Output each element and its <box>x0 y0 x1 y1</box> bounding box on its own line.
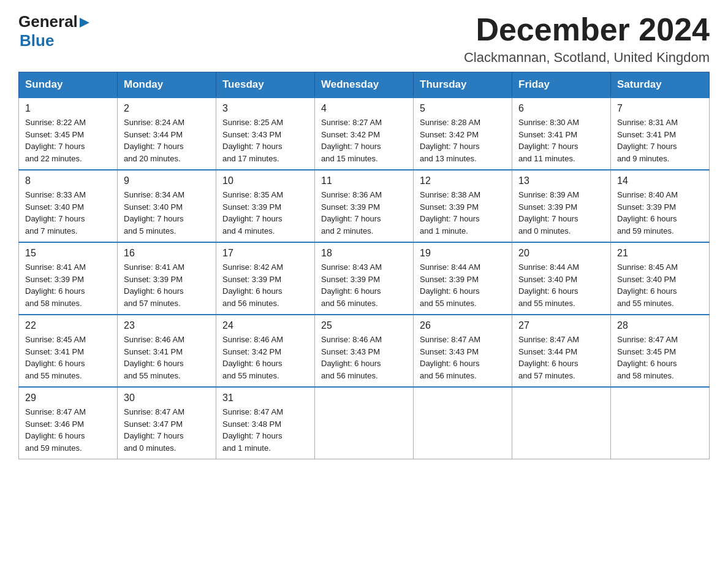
day-number: 6 <box>518 103 604 114</box>
calendar-day-cell: 30Sunrise: 8:47 AMSunset: 3:47 PMDayligh… <box>118 387 216 459</box>
day-info: Sunrise: 8:46 AMSunset: 3:43 PMDaylight:… <box>321 334 407 381</box>
calendar-day-cell: 3Sunrise: 8:25 AMSunset: 3:43 PMDaylight… <box>216 98 315 170</box>
day-info: Sunrise: 8:42 AMSunset: 3:39 PMDaylight:… <box>222 261 308 309</box>
calendar-header-row: SundayMondayTuesdayWednesdayThursdayFrid… <box>19 72 710 98</box>
calendar-day-cell: 4Sunrise: 8:27 AMSunset: 3:42 PMDaylight… <box>315 98 414 170</box>
calendar-day-cell: 26Sunrise: 8:47 AMSunset: 3:43 PMDayligh… <box>414 315 512 387</box>
day-info: Sunrise: 8:43 AMSunset: 3:39 PMDaylight:… <box>321 261 407 309</box>
day-info: Sunrise: 8:38 AMSunset: 3:39 PMDaylight:… <box>420 189 506 237</box>
day-number: 14 <box>617 175 703 186</box>
calendar-day-cell: 25Sunrise: 8:46 AMSunset: 3:43 PMDayligh… <box>315 315 414 387</box>
calendar-day-cell: 10Sunrise: 8:35 AMSunset: 3:39 PMDayligh… <box>216 170 315 242</box>
calendar-week-row: 29Sunrise: 8:47 AMSunset: 3:46 PMDayligh… <box>19 387 710 459</box>
calendar-table: SundayMondayTuesdayWednesdayThursdayFrid… <box>18 72 710 459</box>
day-number: 21 <box>617 248 703 259</box>
day-number: 1 <box>25 103 111 114</box>
calendar-day-cell: 15Sunrise: 8:41 AMSunset: 3:39 PMDayligh… <box>19 242 118 315</box>
calendar-week-row: 22Sunrise: 8:45 AMSunset: 3:41 PMDayligh… <box>19 315 710 387</box>
calendar-day-cell <box>315 387 414 459</box>
calendar-week-row: 8Sunrise: 8:33 AMSunset: 3:40 PMDaylight… <box>19 170 710 242</box>
calendar-day-cell: 27Sunrise: 8:47 AMSunset: 3:44 PMDayligh… <box>512 315 611 387</box>
day-info: Sunrise: 8:27 AMSunset: 3:42 PMDaylight:… <box>321 117 407 164</box>
day-number: 9 <box>124 175 210 186</box>
month-title: December 2024 <box>464 12 710 47</box>
calendar-week-row: 15Sunrise: 8:41 AMSunset: 3:39 PMDayligh… <box>19 242 710 315</box>
day-info: Sunrise: 8:44 AMSunset: 3:39 PMDaylight:… <box>420 261 506 309</box>
calendar-day-cell: 1Sunrise: 8:22 AMSunset: 3:45 PMDaylight… <box>19 98 118 170</box>
day-number: 26 <box>420 320 506 331</box>
logo-general: General <box>18 12 78 31</box>
calendar-day-cell: 7Sunrise: 8:31 AMSunset: 3:41 PMDaylight… <box>611 98 710 170</box>
day-info: Sunrise: 8:46 AMSunset: 3:41 PMDaylight:… <box>124 334 210 381</box>
day-info: Sunrise: 8:47 AMSunset: 3:48 PMDaylight:… <box>222 406 308 454</box>
day-info: Sunrise: 8:30 AMSunset: 3:41 PMDaylight:… <box>518 117 604 164</box>
day-info: Sunrise: 8:47 AMSunset: 3:46 PMDaylight:… <box>25 406 111 454</box>
calendar-day-cell: 12Sunrise: 8:38 AMSunset: 3:39 PMDayligh… <box>414 170 512 242</box>
day-info: Sunrise: 8:39 AMSunset: 3:39 PMDaylight:… <box>518 189 604 237</box>
calendar-day-cell: 29Sunrise: 8:47 AMSunset: 3:46 PMDayligh… <box>19 387 118 459</box>
day-number: 23 <box>124 320 210 331</box>
day-info: Sunrise: 8:47 AMSunset: 3:43 PMDaylight:… <box>420 334 506 381</box>
calendar-week-row: 1Sunrise: 8:22 AMSunset: 3:45 PMDaylight… <box>19 98 710 170</box>
day-number: 27 <box>518 320 604 331</box>
day-info: Sunrise: 8:40 AMSunset: 3:39 PMDaylight:… <box>617 189 703 237</box>
day-number: 8 <box>25 175 111 186</box>
title-block: December 2024 Clackmannan, Scotland, Uni… <box>464 12 710 66</box>
calendar-day-cell: 21Sunrise: 8:45 AMSunset: 3:40 PMDayligh… <box>611 242 710 315</box>
calendar-day-cell: 23Sunrise: 8:46 AMSunset: 3:41 PMDayligh… <box>118 315 216 387</box>
calendar-day-cell: 19Sunrise: 8:44 AMSunset: 3:39 PMDayligh… <box>414 242 512 315</box>
day-info: Sunrise: 8:41 AMSunset: 3:39 PMDaylight:… <box>124 261 210 309</box>
calendar-day-cell: 11Sunrise: 8:36 AMSunset: 3:39 PMDayligh… <box>315 170 414 242</box>
day-info: Sunrise: 8:46 AMSunset: 3:42 PMDaylight:… <box>222 334 308 381</box>
day-info: Sunrise: 8:22 AMSunset: 3:45 PMDaylight:… <box>25 117 111 164</box>
day-number: 4 <box>321 103 407 114</box>
day-number: 7 <box>617 103 703 114</box>
day-info: Sunrise: 8:33 AMSunset: 3:40 PMDaylight:… <box>25 189 111 237</box>
day-number: 2 <box>124 103 210 114</box>
calendar-day-cell: 8Sunrise: 8:33 AMSunset: 3:40 PMDaylight… <box>19 170 118 242</box>
calendar-day-cell: 9Sunrise: 8:34 AMSunset: 3:40 PMDaylight… <box>118 170 216 242</box>
day-number: 13 <box>518 175 604 186</box>
location-title: Clackmannan, Scotland, United Kingdom <box>464 50 710 66</box>
day-number: 15 <box>25 248 111 259</box>
day-of-week-header: Saturday <box>611 72 710 98</box>
day-of-week-header: Friday <box>512 72 611 98</box>
calendar-day-cell: 18Sunrise: 8:43 AMSunset: 3:39 PMDayligh… <box>315 242 414 315</box>
day-number: 31 <box>222 393 308 404</box>
day-of-week-header: Thursday <box>414 72 512 98</box>
day-number: 30 <box>124 393 210 404</box>
day-number: 29 <box>25 393 111 404</box>
day-info: Sunrise: 8:31 AMSunset: 3:41 PMDaylight:… <box>617 117 703 164</box>
calendar-day-cell <box>512 387 611 459</box>
day-info: Sunrise: 8:41 AMSunset: 3:39 PMDaylight:… <box>25 261 111 309</box>
svg-marker-0 <box>80 18 89 28</box>
day-of-week-header: Monday <box>118 72 216 98</box>
calendar-day-cell: 20Sunrise: 8:44 AMSunset: 3:40 PMDayligh… <box>512 242 611 315</box>
calendar-day-cell <box>611 387 710 459</box>
calendar-day-cell: 2Sunrise: 8:24 AMSunset: 3:44 PMDaylight… <box>118 98 216 170</box>
day-number: 24 <box>222 320 308 331</box>
calendar-day-cell: 6Sunrise: 8:30 AMSunset: 3:41 PMDaylight… <box>512 98 611 170</box>
calendar-day-cell: 22Sunrise: 8:45 AMSunset: 3:41 PMDayligh… <box>19 315 118 387</box>
logo: General Blue <box>18 12 93 50</box>
calendar-day-cell: 31Sunrise: 8:47 AMSunset: 3:48 PMDayligh… <box>216 387 315 459</box>
day-number: 18 <box>321 248 407 259</box>
day-number: 17 <box>222 248 308 259</box>
day-info: Sunrise: 8:28 AMSunset: 3:42 PMDaylight:… <box>420 117 506 164</box>
logo-arrow-icon <box>80 16 93 29</box>
day-number: 3 <box>222 103 308 114</box>
calendar-day-cell: 24Sunrise: 8:46 AMSunset: 3:42 PMDayligh… <box>216 315 315 387</box>
day-info: Sunrise: 8:45 AMSunset: 3:41 PMDaylight:… <box>25 334 111 381</box>
day-of-week-header: Sunday <box>19 72 118 98</box>
day-number: 16 <box>124 248 210 259</box>
calendar-day-cell <box>414 387 512 459</box>
day-info: Sunrise: 8:44 AMSunset: 3:40 PMDaylight:… <box>518 261 604 309</box>
day-info: Sunrise: 8:47 AMSunset: 3:44 PMDaylight:… <box>518 334 604 381</box>
day-of-week-header: Wednesday <box>315 72 414 98</box>
day-info: Sunrise: 8:45 AMSunset: 3:40 PMDaylight:… <box>617 261 703 309</box>
calendar-day-cell: 17Sunrise: 8:42 AMSunset: 3:39 PMDayligh… <box>216 242 315 315</box>
calendar-day-cell: 5Sunrise: 8:28 AMSunset: 3:42 PMDaylight… <box>414 98 512 170</box>
page-header: General Blue December 2024 Clackmannan, … <box>18 12 710 66</box>
calendar-day-cell: 28Sunrise: 8:47 AMSunset: 3:45 PMDayligh… <box>611 315 710 387</box>
day-number: 11 <box>321 175 407 186</box>
